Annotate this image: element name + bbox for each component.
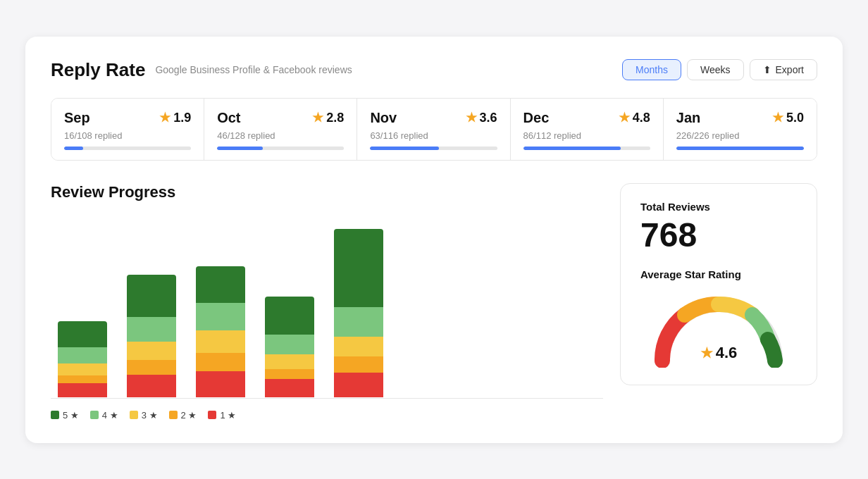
bar-group — [265, 216, 314, 398]
bar-segment — [334, 307, 383, 337]
stacked-bar — [265, 297, 314, 397]
bar-segment — [265, 379, 314, 397]
month-name: Jan — [676, 110, 700, 126]
stacked-bar — [58, 321, 107, 398]
month-name: Sep — [64, 110, 90, 126]
bar-segment — [58, 347, 107, 363]
month-card: Nov ★3.6 63/116 replied — [357, 99, 510, 160]
star-icon: ★ — [312, 110, 323, 125]
legend-item: 2 ★ — [169, 410, 197, 421]
bar-segment — [196, 266, 245, 302]
month-name: Dec — [523, 110, 550, 126]
month-top: Oct ★2.8 — [217, 110, 344, 126]
bar-group — [196, 216, 245, 398]
export-icon: ⬆ — [763, 64, 771, 75]
bar-segment — [58, 363, 107, 375]
bar-group — [58, 216, 107, 398]
legend-item: 3 ★ — [130, 410, 158, 421]
legend-item: 1 ★ — [208, 410, 236, 421]
progress-bar-bg — [64, 147, 191, 150]
bar-group — [334, 216, 383, 398]
months-button[interactable]: Months — [622, 59, 681, 80]
legend-item: 4 ★ — [90, 410, 118, 421]
month-top: Nov ★3.6 — [370, 110, 497, 126]
star-icon: ★ — [159, 110, 170, 125]
header-controls: Months Weeks ⬆ Export — [622, 59, 817, 80]
bar-segment — [265, 297, 314, 335]
bar-segment — [127, 275, 176, 317]
bar-segment — [334, 356, 383, 373]
month-card: Sep ★1.9 16/108 replied — [51, 99, 204, 160]
legend-dot — [208, 411, 216, 419]
month-top: Jan ★5.0 — [676, 110, 804, 126]
legend-dot — [169, 411, 178, 419]
chart-title: Review Progress — [51, 183, 603, 201]
header-left: Reply Rate Google Business Profile & Fac… — [51, 59, 352, 81]
month-card: Dec ★4.8 86/112 replied — [511, 99, 664, 160]
legend-dot — [51, 411, 59, 419]
bar-segment — [265, 369, 314, 380]
month-replied: 16/108 replied — [64, 130, 191, 141]
bar-segment — [127, 375, 176, 398]
month-card: Jan ★5.0 226/226 replied — [664, 99, 817, 160]
legend-dot — [130, 411, 138, 419]
bar-chart — [51, 216, 603, 399]
bar-segment — [334, 373, 383, 397]
legend-item: 5 ★ — [51, 410, 79, 421]
month-rating: ★5.0 — [772, 110, 804, 125]
legend: 5 ★ 4 ★ 3 ★ 2 ★ 1 ★ — [51, 410, 603, 421]
month-top: Sep ★1.9 — [64, 110, 191, 126]
month-card: Oct ★2.8 46/128 replied — [204, 99, 357, 160]
export-button[interactable]: ⬆ Export — [750, 59, 817, 80]
month-replied: 86/112 replied — [523, 130, 650, 141]
progress-bar-bg — [676, 147, 804, 150]
legend-label: 5 ★ — [63, 410, 79, 421]
totals-card: Total Reviews 768 Average Star Rating — [620, 183, 817, 385]
chart-area: Review Progress 5 ★ 4 ★ 3 ★ 2 ★ 1 ★ — [51, 183, 603, 421]
month-rating: ★2.8 — [312, 110, 344, 125]
total-reviews-count: 768 — [640, 216, 797, 254]
month-rating: ★4.8 — [619, 110, 650, 125]
month-replied: 63/116 replied — [370, 130, 497, 141]
bar-segment — [265, 335, 314, 354]
legend-label: 1 ★ — [220, 410, 236, 421]
progress-bar-fill — [676, 147, 804, 150]
bar-segment — [334, 337, 383, 356]
bar-segment — [265, 354, 314, 368]
progress-bar-bg — [523, 147, 650, 150]
stacked-bar — [196, 266, 245, 397]
legend-dot — [90, 411, 99, 419]
bar-segment — [334, 229, 383, 308]
progress-bar-bg — [217, 147, 344, 150]
bar-segment — [196, 330, 245, 354]
month-name: Oct — [217, 110, 240, 126]
progress-bar-fill — [217, 147, 263, 150]
month-top: Dec ★4.8 — [523, 110, 650, 126]
bar-group — [127, 216, 176, 398]
legend-label: 2 ★ — [181, 410, 197, 421]
bar-segment — [127, 342, 176, 360]
page-title: Reply Rate — [51, 59, 145, 81]
weeks-button[interactable]: Weeks — [687, 59, 744, 80]
month-rating: ★3.6 — [466, 110, 497, 125]
month-replied: 226/226 replied — [676, 130, 804, 141]
progress-bar-fill — [370, 147, 438, 150]
legend-label: 3 ★ — [142, 410, 158, 421]
bar-segment — [58, 375, 107, 383]
star-icon: ★ — [619, 110, 630, 125]
bar-segment — [127, 360, 176, 374]
month-replied: 46/128 replied — [217, 130, 344, 141]
legend-label: 4 ★ — [102, 410, 118, 421]
gauge-container: ★ 4.6 — [648, 290, 789, 368]
header-subtitle: Google Business Profile & Facebook revie… — [155, 64, 352, 75]
month-rating: ★1.9 — [159, 110, 191, 125]
bar-segment — [58, 383, 107, 397]
avg-value: 4.6 — [716, 344, 738, 362]
progress-bar-fill — [523, 147, 621, 150]
bar-segment — [196, 371, 245, 397]
export-label: Export — [776, 64, 804, 75]
gauge-star-icon: ★ — [700, 344, 713, 361]
bar-segment — [196, 303, 245, 330]
gauge-value: ★ 4.6 — [700, 344, 738, 362]
header: Reply Rate Google Business Profile & Fac… — [51, 59, 817, 81]
